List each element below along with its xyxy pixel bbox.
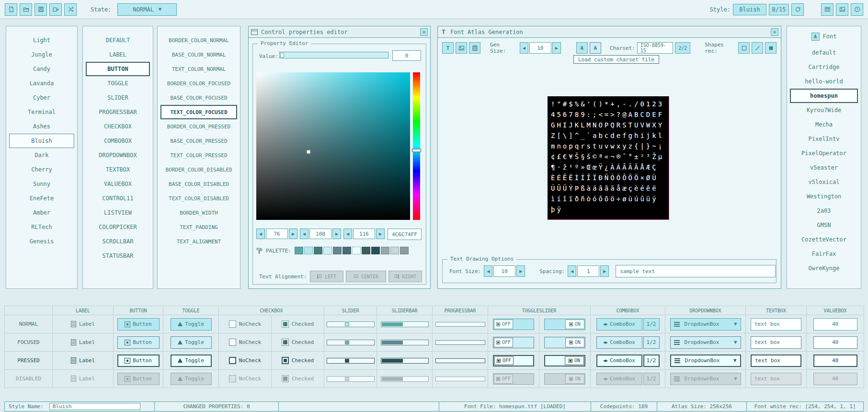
palette-swatch[interactable] <box>314 247 322 254</box>
value-slider[interactable] <box>279 52 388 58</box>
palette-swatch[interactable] <box>295 247 303 254</box>
color-picker[interactable] <box>256 72 410 220</box>
style-list-item[interactable]: Light <box>9 33 74 47</box>
new-file-button[interactable] <box>5 3 17 16</box>
style-list-item[interactable]: EneFete <box>9 191 74 206</box>
spinner-left-icon[interactable]: ◀ <box>520 42 528 54</box>
spinner-left-icon[interactable]: ◀ <box>256 229 265 239</box>
palette-swatch[interactable] <box>390 247 399 254</box>
control-list-item[interactable]: CHECKBOX <box>86 119 150 134</box>
checkbox-checked[interactable]: Checked <box>282 357 314 364</box>
checkbox-checked[interactable]: Checked <box>282 339 314 346</box>
font-list-item[interactable]: PixelIntv <box>790 132 858 146</box>
style-list-item[interactable]: Ashes <box>9 119 74 134</box>
valuebox-control[interactable]: 40 <box>813 355 857 367</box>
control-list-item[interactable]: PROGRESSBAR <box>86 105 150 119</box>
valuebox-control[interactable]: 40 <box>813 318 857 331</box>
palette-swatch[interactable] <box>343 247 351 254</box>
button-control[interactable]: Button <box>117 336 160 349</box>
font-list-item[interactable]: v5easter <box>790 160 858 175</box>
font-list-item[interactable]: default <box>790 46 858 60</box>
property-list-item[interactable]: BORDER_COLOR_PRESSED <box>160 119 237 134</box>
spinner-right-icon[interactable]: ▶ <box>376 229 385 239</box>
control-list-item[interactable]: COMBOBOX <box>86 134 150 148</box>
property-list-item[interactable]: BASE_COLOR_DISABLED <box>160 177 237 191</box>
checkbox-checked-icon[interactable] <box>282 339 289 346</box>
property-list-item[interactable]: BASE_COLOR_PRESSED <box>160 134 237 148</box>
dropdownbox-control[interactable]: DropdownBox▼ <box>670 355 741 367</box>
hue-bar[interactable] <box>413 72 420 220</box>
button-control[interactable]: Button <box>117 318 160 331</box>
style-name-input[interactable]: Bluish <box>49 403 140 410</box>
textbox-control[interactable]: text box <box>751 336 801 349</box>
spacing-value[interactable]: 1 <box>577 265 599 277</box>
slider-handle[interactable] <box>345 341 349 344</box>
spinner-right-icon[interactable]: ▶ <box>552 42 561 54</box>
close-button[interactable]: × <box>771 28 778 36</box>
slider-control[interactable] <box>327 340 375 345</box>
valuebox-control[interactable]: 40 <box>813 336 857 349</box>
property-list-item[interactable]: TEXT_ALIGNMENT <box>160 234 237 249</box>
property-list-item[interactable]: BORDER_COLOR_NORMAL <box>160 33 237 47</box>
control-list-item[interactable]: SLIDER <box>86 91 150 105</box>
checkbox-icon[interactable] <box>229 357 236 364</box>
align-left-button[interactable]: LEFT <box>310 271 343 282</box>
table-view-button[interactable] <box>821 3 834 16</box>
slider-handle[interactable] <box>345 322 349 326</box>
shapes-rec-outline-button[interactable] <box>738 42 750 54</box>
spinner-left-icon[interactable]: ◀ <box>343 229 352 239</box>
about-button[interactable] <box>851 3 863 16</box>
save-file-button[interactable] <box>34 3 47 16</box>
palette-swatch[interactable] <box>362 247 370 254</box>
property-list-item[interactable]: BORDER_COLOR_FOCUSED <box>160 76 237 91</box>
hex-value-box[interactable]: 4C6C74FF <box>388 229 422 240</box>
control-list-item[interactable]: COLORPICKER <box>86 220 150 234</box>
checkbox-checked-icon[interactable] <box>282 320 289 328</box>
font-list-item[interactable]: PixelOperator <box>790 146 858 160</box>
control-list-item[interactable]: LABEL <box>86 47 150 62</box>
control-list-item[interactable]: DEFAULT <box>86 33 150 47</box>
style-list-item[interactable]: Amber <box>9 206 74 220</box>
dropdownbox-control[interactable]: DropdownBox▼ <box>670 336 741 349</box>
palette-swatch[interactable] <box>333 247 342 254</box>
checkbox-checked-icon[interactable] <box>282 357 289 364</box>
style-list-item[interactable]: Cherry <box>9 162 74 177</box>
font-list-item[interactable]: GMSN <box>790 218 858 232</box>
shapes-rec-slash-button[interactable] <box>752 42 763 54</box>
font-list-item[interactable]: v5loxical <box>790 175 858 189</box>
checkbox-unchecked[interactable]: NoCheck <box>229 320 261 328</box>
slider-handle[interactable] <box>280 53 284 57</box>
checkbox-unchecked[interactable]: NoCheck <box>229 339 261 346</box>
value-box[interactable]: 0 <box>392 50 421 61</box>
font-list-item[interactable]: FairFax <box>790 247 858 261</box>
checkbox-unchecked[interactable]: NoCheck <box>229 357 261 364</box>
align-right-button[interactable]: RIGHT <box>388 271 422 282</box>
hue-cursor[interactable] <box>412 149 421 152</box>
palette-swatch[interactable] <box>400 247 409 254</box>
export-atlas-image-button[interactable] <box>456 42 467 54</box>
property-list-item[interactable]: TEXT_COLOR_DISABLED <box>160 191 237 206</box>
palette-swatch[interactable] <box>304 247 313 254</box>
green-value[interactable]: 108 <box>309 229 331 239</box>
textbox-control[interactable]: text box <box>751 318 801 331</box>
align-center-button[interactable]: CENTER <box>346 271 386 282</box>
font-list-item[interactable]: CozetteVector <box>790 232 858 247</box>
blue-value[interactable]: 116 <box>353 229 375 239</box>
window-titlebar[interactable]: T Font Atlas Generation × <box>438 26 781 38</box>
charset-default-button[interactable]: A <box>576 42 588 54</box>
screenshot-button[interactable] <box>836 3 848 16</box>
combobox-control[interactable]: ◀▶ComboBox1/2 <box>596 355 660 367</box>
spinner-left-icon[interactable]: ◀ <box>300 229 308 239</box>
combobox-control[interactable]: ◀▶ComboBox1/2 <box>596 336 660 349</box>
control-list-item[interactable]: LISTVIEW <box>86 206 150 220</box>
red-value[interactable]: 76 <box>266 229 288 239</box>
open-file-button[interactable] <box>20 3 32 16</box>
sliderbar-control[interactable] <box>381 358 429 364</box>
font-list-item[interactable]: homespun <box>790 89 858 103</box>
font-list-item[interactable]: Cartridge <box>790 60 858 74</box>
save-atlas-button[interactable] <box>469 42 480 54</box>
slider-control[interactable] <box>327 321 375 327</box>
toggle-control[interactable]: Toggle <box>171 336 212 349</box>
random-style-button[interactable] <box>64 3 77 16</box>
style-list-item[interactable]: Lavanda <box>9 76 74 91</box>
